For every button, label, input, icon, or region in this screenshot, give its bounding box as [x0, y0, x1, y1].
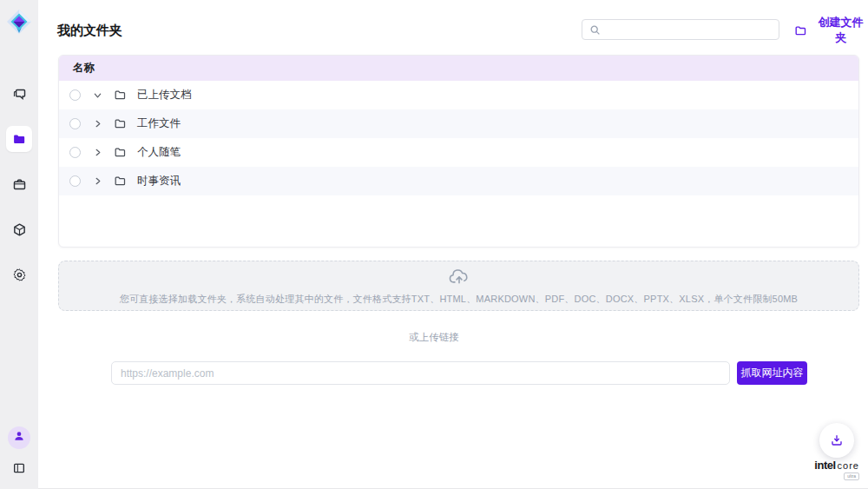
intel-brand-text: intel: [814, 459, 835, 472]
download-fab-button[interactable]: [819, 423, 854, 458]
table-row[interactable]: 已上传文档: [59, 81, 858, 109]
sidebar-item-chat[interactable]: [6, 81, 32, 107]
intel-ultra-badge: ultra: [844, 472, 859, 480]
url-input[interactable]: [111, 361, 730, 385]
chevron-icon[interactable]: [91, 89, 103, 102]
search-box: [582, 19, 779, 40]
folder-icon: [114, 146, 127, 159]
intel-core-text: core: [838, 460, 859, 471]
table-header-name: 名称: [59, 56, 858, 81]
collapse-panel-button[interactable]: [9, 458, 30, 479]
upload-hint-text: 您可直接选择加载文件夹，系统自动处理其中的文件，文件格式支持TXT、HTML、M…: [120, 293, 798, 306]
fetch-url-button[interactable]: 抓取网址内容: [737, 361, 807, 385]
folder-table: 名称 已上传文档 工作文件: [58, 55, 859, 248]
table-row[interactable]: 个人随笔: [59, 138, 858, 167]
user-avatar-icon: [13, 430, 25, 446]
cube-icon: [12, 222, 27, 237]
download-icon: [830, 433, 844, 447]
search-input[interactable]: [606, 20, 779, 39]
upload-dropzone[interactable]: 您可直接选择加载文件夹，系统自动处理其中的文件，文件格式支持TXT、HTML、M…: [58, 261, 859, 311]
row-checkbox[interactable]: [69, 147, 81, 158]
chevron-icon[interactable]: [91, 175, 103, 188]
folder-icon: [114, 117, 127, 130]
row-checkbox[interactable]: [69, 175, 81, 187]
panel-layout-icon: [12, 461, 26, 475]
page-title: 我的文件夹: [57, 23, 122, 39]
create-folder-label: 创建文件夹: [813, 15, 868, 46]
or-upload-link-label: 或上传链接: [0, 331, 868, 344]
sidebar-item-models[interactable]: [6, 216, 32, 242]
sidebar-bottom: [8, 426, 30, 479]
search-icon: [589, 24, 601, 36]
row-checkbox[interactable]: [69, 118, 81, 129]
folder-icon: [114, 89, 127, 102]
table-row[interactable]: 工作文件: [59, 109, 858, 138]
chat-icon: [12, 87, 27, 102]
folder-name: 时事资讯: [137, 174, 181, 188]
sidebar-item-workspace[interactable]: [6, 171, 32, 197]
sidebar-item-folders[interactable]: [6, 126, 32, 152]
intel-core-logo: intel core ultra: [809, 459, 859, 480]
sidebar: [0, 0, 38, 489]
table-row[interactable]: 时事资讯: [59, 167, 858, 195]
chevron-icon[interactable]: [91, 118, 103, 130]
folder-table-body: 已上传文档 工作文件 个人随笔: [59, 81, 858, 195]
sidebar-item-settings[interactable]: [6, 261, 32, 287]
create-folder-button[interactable]: 创建文件夹: [794, 22, 868, 39]
folder-name: 工作文件: [137, 116, 181, 131]
folder-icon: [12, 132, 27, 147]
folder-name: 个人随笔: [137, 145, 181, 160]
app-logo-icon[interactable]: [5, 8, 33, 36]
sidebar-nav: [6, 81, 32, 287]
folder-icon: [114, 175, 127, 188]
briefcase-icon: [12, 177, 27, 192]
row-checkbox[interactable]: [69, 89, 81, 101]
cloud-upload-icon: [448, 267, 470, 289]
chevron-icon[interactable]: [91, 147, 103, 159]
gear-icon: [12, 268, 27, 282]
create-folder-icon: [794, 24, 807, 37]
user-avatar[interactable]: [8, 426, 30, 449]
folder-name: 已上传文档: [137, 88, 192, 102]
app-window: 我的文件夹 创建文件夹 名称: [0, 0, 868, 489]
